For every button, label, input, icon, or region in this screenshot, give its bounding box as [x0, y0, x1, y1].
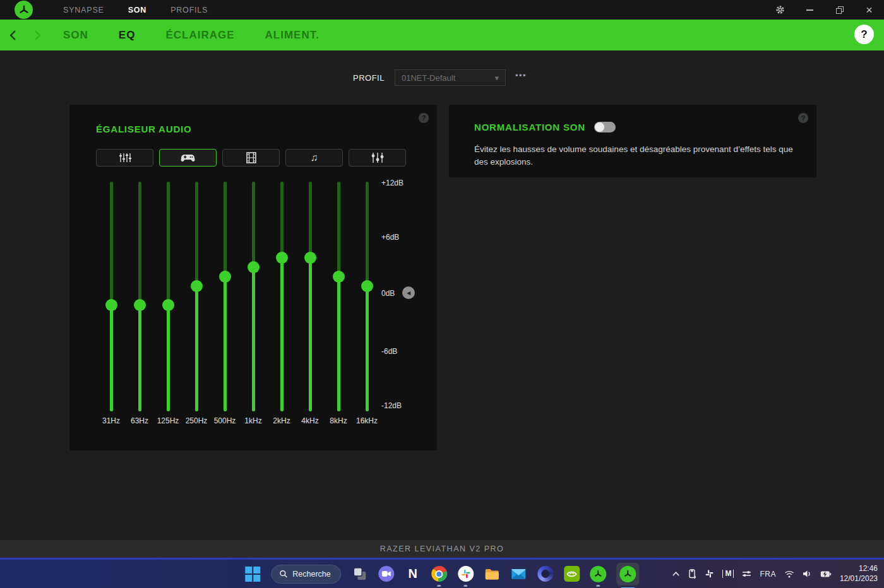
- eq-track-fill-8kHz[interactable]: [337, 276, 340, 411]
- equalizer-help-button[interactable]: ?: [419, 113, 429, 123]
- nvidia-app-button[interactable]: [564, 566, 580, 582]
- slack-tray-button[interactable]: [705, 569, 714, 579]
- eq-knob-4kHz[interactable]: [304, 252, 316, 264]
- eq-track-500Hz[interactable]: [224, 182, 227, 276]
- minimize-button[interactable]: [795, 0, 825, 20]
- eq-track-fill-1kHz[interactable]: [252, 267, 255, 411]
- chevron-up-icon: [672, 571, 680, 577]
- close-button[interactable]: ×: [854, 0, 884, 20]
- question-mark-icon: ?: [422, 114, 426, 122]
- eq-frequency-label: 250Hz: [182, 416, 211, 425]
- eq-knob-16kHz[interactable]: [361, 280, 373, 292]
- eq-track-fill-125Hz[interactable]: [167, 305, 170, 411]
- gear-icon: [775, 5, 785, 15]
- eq-track-16kHz[interactable]: [366, 182, 369, 286]
- eq-track-fill-16kHz[interactable]: [366, 286, 369, 411]
- usb-device-tray-button[interactable]: [688, 569, 696, 579]
- razer-synapse-active-app-button[interactable]: [617, 563, 640, 585]
- normalization-help-button[interactable]: ?: [798, 113, 808, 123]
- chrome-app-button[interactable]: [431, 566, 448, 582]
- eq-track-63Hz[interactable]: [138, 182, 141, 305]
- preset-music-button[interactable]: ♫: [285, 149, 343, 167]
- tray-expand-button[interactable]: [672, 571, 680, 577]
- eq-knob-31Hz[interactable]: [105, 299, 117, 311]
- eq-track-4kHz[interactable]: [309, 182, 312, 257]
- preset-flat-button[interactable]: [96, 149, 153, 167]
- search-box[interactable]: Recherche: [271, 565, 341, 584]
- tab-son[interactable]: SON: [128, 6, 147, 15]
- eq-reset-button[interactable]: ◀: [402, 286, 415, 299]
- eq-track-31Hz[interactable]: [110, 182, 113, 305]
- restore-button[interactable]: [825, 0, 854, 20]
- forward-button[interactable]: [29, 26, 45, 45]
- eq-track-250Hz[interactable]: [195, 182, 198, 286]
- help-button[interactable]: ?: [854, 25, 874, 44]
- eq-track-fill-500Hz[interactable]: [224, 276, 227, 411]
- eq-scale-label: -12dB: [381, 401, 402, 410]
- toggle-knob: [595, 122, 604, 132]
- settings-gear-button[interactable]: [765, 0, 795, 20]
- eq-track-125Hz[interactable]: [167, 182, 170, 305]
- eq-track-2kHz[interactable]: [280, 182, 284, 257]
- eq-knob-500Hz[interactable]: [219, 271, 231, 283]
- eq-track-fill-31Hz[interactable]: [110, 305, 113, 411]
- profile-dropdown[interactable]: 01NET-Default ▾: [395, 69, 506, 86]
- eq-scale-label: +12dB: [381, 179, 403, 187]
- eq-knob-1kHz[interactable]: [248, 261, 260, 273]
- clock[interactable]: 12:46 12/01/2023: [840, 564, 878, 584]
- subtab-son[interactable]: SON: [63, 29, 88, 42]
- search-icon: [279, 570, 287, 578]
- file-explorer-button[interactable]: [484, 566, 501, 582]
- eq-knob-8kHz[interactable]: [333, 271, 345, 283]
- start-button[interactable]: [244, 566, 261, 582]
- tab-synapse[interactable]: SYNAPSE: [63, 6, 104, 15]
- language-indicator[interactable]: FRA: [760, 570, 776, 579]
- slack-app-button[interactable]: [458, 566, 474, 582]
- speaker-icon: [803, 570, 812, 578]
- video-call-app-button[interactable]: [378, 566, 395, 582]
- eq-track-fill-2kHz[interactable]: [280, 257, 284, 411]
- mixer-tray-button[interactable]: [742, 570, 751, 578]
- gamepad-icon: [181, 153, 195, 162]
- wifi-tray-button[interactable]: [784, 570, 794, 578]
- task-view-button[interactable]: [352, 566, 368, 582]
- eq-knob-125Hz[interactable]: [162, 299, 174, 311]
- video-camera-icon: [378, 566, 394, 582]
- razer-logo-icon[interactable]: [15, 1, 33, 19]
- tab-profils[interactable]: PROFILS: [170, 6, 208, 15]
- preset-game-button[interactable]: [159, 149, 217, 167]
- razer-synapse-tray-app-button[interactable]: [590, 566, 607, 582]
- normalization-panel: ? NORMALISATION SON Évitez les hausses d…: [449, 105, 816, 177]
- m-logo-tray-button[interactable]: M: [722, 570, 734, 578]
- close-icon: ×: [866, 4, 873, 16]
- eq-track-1kHz[interactable]: [252, 182, 255, 267]
- subtab-aliment[interactable]: ALIMENT.: [265, 29, 320, 42]
- eq-frequency-label: 125Hz: [153, 416, 182, 425]
- eq-track-fill-250Hz[interactable]: [195, 286, 198, 411]
- eq-track-8kHz[interactable]: [337, 182, 340, 276]
- volume-tray-button[interactable]: [803, 570, 812, 578]
- eq-track-fill-4kHz[interactable]: [309, 257, 312, 411]
- eq-track-fill-63Hz[interactable]: [138, 305, 141, 411]
- subtab-eclairage[interactable]: ÉCLAIRAGE: [165, 29, 234, 42]
- back-button[interactable]: [5, 26, 21, 45]
- normalization-title: NORMALISATION SON: [474, 122, 585, 132]
- notion-app-button[interactable]: N: [405, 566, 421, 582]
- eq-knob-2kHz[interactable]: [276, 252, 288, 264]
- razer-logo-icon: [620, 566, 636, 582]
- profile-more-button[interactable]: •••: [515, 71, 527, 80]
- preset-movie-button[interactable]: [222, 149, 280, 167]
- normalization-toggle[interactable]: [594, 122, 616, 132]
- eq-knob-63Hz[interactable]: [134, 299, 146, 311]
- battery-tray-button[interactable]: [820, 570, 832, 578]
- running-indicator: [597, 585, 600, 587]
- mail-app-button[interactable]: [511, 566, 527, 582]
- question-mark-icon: ?: [861, 28, 867, 41]
- custom-sliders-icon: [371, 152, 384, 163]
- eq-scale-label: 0dB: [381, 289, 395, 298]
- eq-knob-250Hz[interactable]: [191, 280, 203, 292]
- subtab-eq[interactable]: EQ: [119, 29, 136, 42]
- clock-date: 12/01/2023: [840, 574, 878, 584]
- preset-custom-button[interactable]: [349, 149, 406, 167]
- ring-app-button[interactable]: [537, 566, 554, 582]
